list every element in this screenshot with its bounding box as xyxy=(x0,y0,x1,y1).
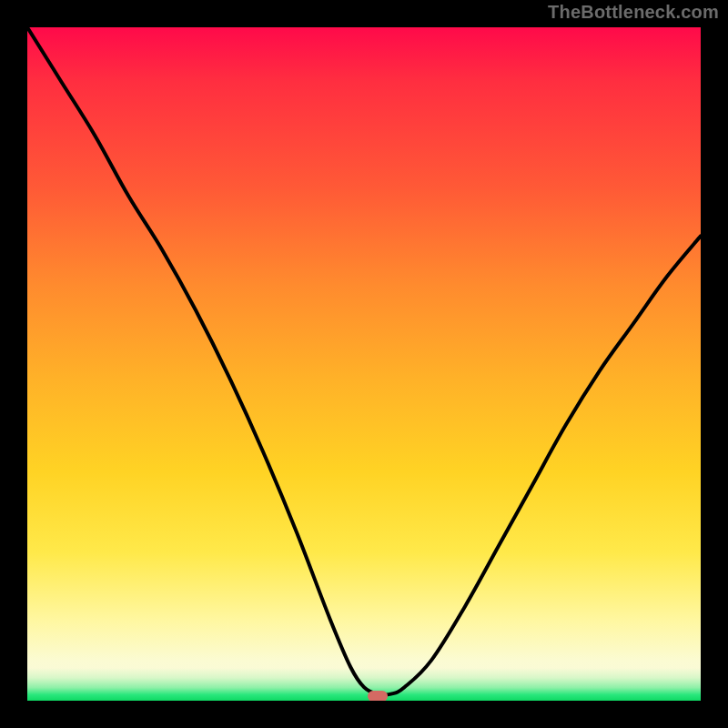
bottleneck-curve xyxy=(27,27,701,701)
plot-area xyxy=(27,27,701,701)
optimum-marker xyxy=(368,691,388,701)
watermark-text: TheBottleneck.com xyxy=(548,2,719,23)
chart-frame: TheBottleneck.com xyxy=(0,0,728,728)
